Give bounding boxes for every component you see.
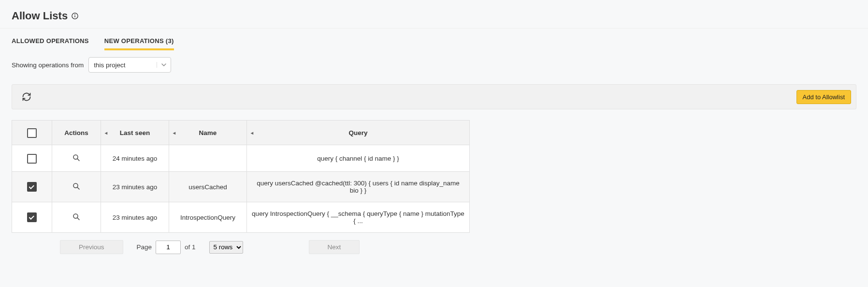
separator (0, 28, 868, 29)
svg-point-5 (73, 183, 78, 188)
previous-button[interactable]: Previous (60, 240, 123, 254)
cell-query: query usersCached @cached(ttl: 300) { us… (247, 172, 470, 202)
svg-rect-1 (74, 15, 75, 17)
cell-query: query IntrospectionQuery { __schema { qu… (247, 202, 470, 233)
tabs: ALLOWED OPERATIONS NEW OPERATIONS (3) (12, 37, 856, 50)
tab-allowed-operations[interactable]: ALLOWED OPERATIONS (12, 37, 89, 50)
inspect-icon[interactable] (72, 212, 81, 221)
header-last-seen[interactable]: ◂ Last seen (101, 121, 169, 145)
page-number-input[interactable] (156, 241, 181, 254)
cell-last-seen: 24 minutes ago (101, 145, 169, 172)
cell-name: IntrospectionQuery (169, 202, 247, 233)
table-row: 23 minutes ago usersCached query usersCa… (12, 172, 469, 202)
info-icon[interactable] (72, 13, 78, 19)
cell-last-seen: 23 minutes ago (101, 172, 169, 202)
add-to-allowlist-button[interactable]: Add to Allowlist (796, 90, 851, 104)
row-checkbox[interactable] (27, 182, 37, 192)
filter-label: Showing operations from (12, 61, 84, 69)
project-select-value: this project (89, 61, 157, 69)
refresh-button[interactable] (20, 90, 33, 104)
svg-point-7 (73, 214, 78, 218)
svg-point-2 (74, 14, 75, 15)
row-checkbox[interactable] (27, 212, 37, 222)
operations-table: Actions ◂ Last seen ◂ Name ◂ Query (12, 121, 469, 232)
tab-new-operations[interactable]: NEW OPERATIONS (3) (104, 37, 174, 50)
row-checkbox[interactable] (27, 154, 37, 164)
inspect-icon[interactable] (72, 153, 81, 162)
sort-caret-icon: ◂ (105, 130, 107, 136)
pagination: Previous Page of 1 5 rows Next (12, 240, 856, 254)
page-of: of 1 (185, 243, 196, 251)
svg-point-3 (73, 155, 78, 159)
cell-last-seen: 23 minutes ago (101, 202, 169, 233)
header-checkbox-cell (12, 121, 52, 145)
sort-caret-icon: ◂ (173, 130, 175, 136)
header-query[interactable]: ◂ Query (247, 121, 470, 145)
svg-line-4 (77, 159, 79, 161)
header-actions[interactable]: Actions (52, 121, 101, 145)
svg-line-8 (77, 218, 79, 220)
header-name[interactable]: ◂ Name (169, 121, 247, 145)
page-indicator: Page of 1 (137, 241, 196, 254)
table-row: 24 minutes ago query { channel { id name… (12, 145, 469, 172)
select-all-checkbox[interactable] (27, 128, 37, 138)
title-row: Allow Lists (12, 10, 856, 22)
action-bar: Add to Allowlist (12, 84, 856, 109)
rows-per-page-select[interactable]: 5 rows (209, 241, 243, 254)
filter-row: Showing operations from this project (12, 57, 856, 73)
cell-name (169, 145, 247, 172)
page-title: Allow Lists (12, 10, 68, 22)
sort-caret-icon: ◂ (251, 130, 253, 136)
next-button[interactable]: Next (309, 240, 360, 254)
page-word: Page (137, 243, 152, 251)
chevron-down-icon (157, 62, 171, 68)
operations-table-wrap: Actions ◂ Last seen ◂ Name ◂ Query (12, 120, 470, 233)
inspect-icon[interactable] (72, 182, 81, 191)
table-row: 23 minutes ago IntrospectionQuery query … (12, 202, 469, 233)
project-select[interactable]: this project (88, 57, 171, 73)
cell-query: query { channel { id name } } (247, 145, 470, 172)
svg-line-6 (77, 187, 79, 189)
cell-name: usersCached (169, 172, 247, 202)
